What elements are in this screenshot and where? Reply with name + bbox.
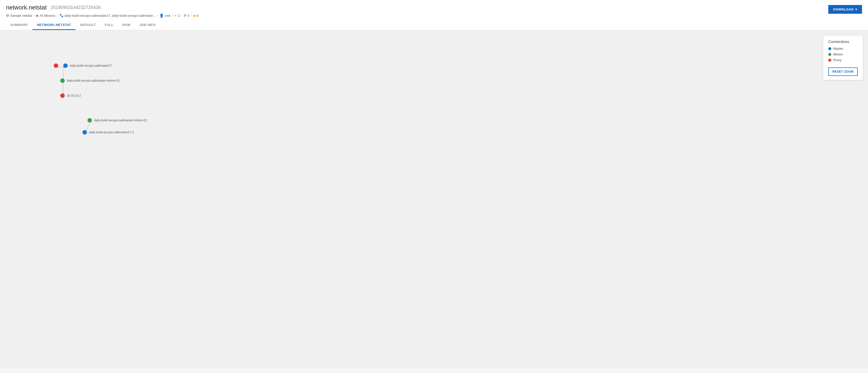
download-button[interactable]: DOWNLOAD ▾	[828, 5, 862, 14]
network-canvas[interactable]: daily-build-secops-saltmaster17 daily-bu…	[0, 30, 868, 160]
page-header: network.netstat 20190903144232725436 ⚙ S…	[0, 0, 868, 30]
breadcrumb: ⚙ Sample netstat / ◈ All Minions / 🐾 dai…	[6, 13, 862, 18]
minion-dot-2	[88, 118, 92, 123]
master-label-2: daily-build-secops-saltmaster17-2	[89, 131, 134, 134]
legend-proxy-dot	[828, 59, 831, 62]
tab-default[interactable]: DEFAULT	[75, 21, 100, 30]
breadcrumb-all-minions[interactable]: ◈ All Minions	[36, 13, 55, 18]
proxy-dot-1	[54, 63, 58, 68]
sep6: /	[191, 14, 192, 18]
diamond-icon: ◆	[193, 14, 196, 18]
node-proxy-2[interactable]: 10.10.10.2	[60, 93, 81, 98]
proxy-label-2: 10.10.10.2	[67, 94, 81, 97]
tab-network-netstat[interactable]: NETWORK.NETSTAT	[32, 21, 75, 30]
legend-master: Master	[828, 47, 858, 50]
sep4: /	[172, 14, 173, 18]
master-dot-2	[83, 130, 87, 135]
master-dot-1	[63, 63, 68, 68]
minion-label-2: daily-build-secops-saltmaster-minion-02	[94, 118, 147, 122]
breadcrumb-sample[interactable]: ⚙ Sample netstat	[6, 13, 32, 18]
legend-panel: Connections Master Minion Proxy RESET ZO…	[823, 35, 863, 80]
breadcrumb-user[interactable]: 👤 root	[159, 13, 170, 18]
breadcrumb-success: ✓ 2	[174, 14, 180, 18]
main-content: daily-build-secops-saltmaster17 daily-bu…	[0, 30, 868, 368]
sep3: /	[157, 14, 158, 18]
user-icon: 👤	[159, 13, 164, 18]
node-minion-2[interactable]: daily-build-secops-saltmaster-minion-02	[88, 118, 147, 123]
reset-zoom-button[interactable]: RESET ZOOM	[828, 67, 858, 76]
legend-proxy-label: Proxy	[833, 58, 841, 62]
tab-raw[interactable]: RAW	[118, 21, 135, 30]
tab-job-info[interactable]: JOB INFO	[135, 21, 160, 30]
legend-title: Connections	[828, 39, 858, 44]
target-icon: 🐾	[59, 13, 63, 18]
tabs-row: SUMMARY NETWORK.NETSTAT DEFAULT FULL RAW…	[6, 21, 862, 30]
legend-minion-dot	[828, 53, 831, 56]
minions-icon: ◈	[36, 13, 38, 18]
breadcrumb-error: ✗ 0	[184, 14, 189, 18]
legend-master-label: Master	[833, 47, 843, 50]
header-actions: DOWNLOAD ▾	[828, 5, 862, 14]
node-master-1[interactable]: daily-build-secops-saltmaster17	[63, 63, 112, 68]
network-lines	[0, 30, 868, 160]
legend-minion: Minion	[828, 53, 858, 56]
tab-summary[interactable]: SUMMARY	[6, 21, 32, 30]
legend-master-dot	[828, 47, 831, 50]
chevron-down-icon: ▾	[855, 7, 857, 11]
check-icon: ✓	[174, 14, 177, 18]
node-minion-1[interactable]: daily-build-secops-saltmaster-minion-01	[60, 78, 120, 83]
master-label-1: daily-build-secops-saltmaster17	[70, 64, 112, 67]
job-id: 20190903144232725436	[51, 5, 101, 10]
sep2: /	[57, 14, 58, 18]
legend-minion-label: Minion	[833, 53, 843, 56]
legend-proxy: Proxy	[828, 58, 858, 62]
page-title: network.netstat	[6, 4, 47, 11]
sample-icon: ⚙	[6, 13, 9, 18]
node-proxy-1[interactable]	[54, 63, 58, 68]
sep1: /	[33, 14, 34, 18]
minion-label-1: daily-build-secops-saltmaster-minion-01	[67, 79, 120, 82]
breadcrumb-warning: ◆ 0	[193, 14, 198, 18]
breadcrumb-targets[interactable]: 🐾 daily-build-secops-saltmaster17, daily…	[59, 13, 156, 18]
node-master-2[interactable]: daily-build-secops-saltmaster17-2	[83, 130, 134, 135]
sep5: /	[181, 14, 182, 18]
minion-dot-1	[60, 78, 65, 83]
proxy-dot-2	[60, 93, 65, 98]
tab-full[interactable]: FULL	[100, 21, 118, 30]
cross-icon: ✗	[184, 14, 186, 18]
